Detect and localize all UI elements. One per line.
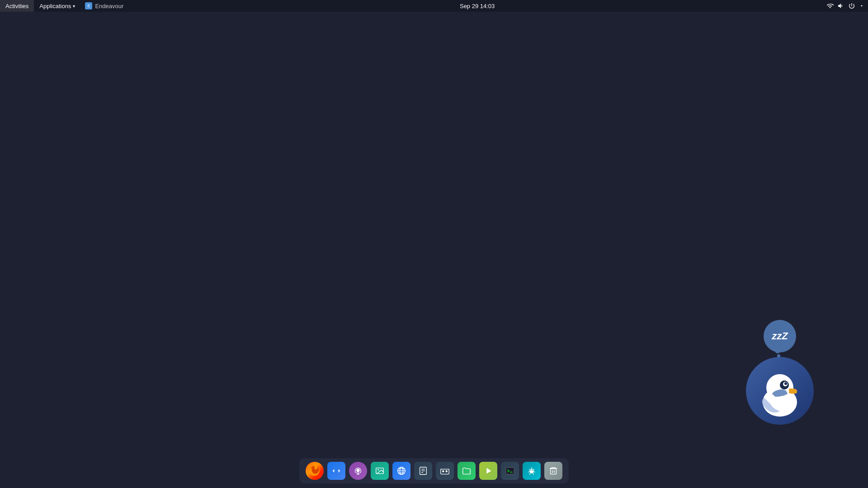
dock-item-text-editor[interactable]: [413, 461, 433, 481]
ddg-mascot[interactable]: zzZ: [746, 320, 814, 425]
dock: [299, 458, 569, 483]
bugs-icon: [523, 462, 541, 480]
files-icon: [458, 462, 476, 480]
svg-point-4: [784, 382, 787, 385]
google-play-icon: [479, 462, 497, 480]
svg-point-10: [377, 469, 379, 470]
svg-rect-23: [506, 468, 514, 474]
dock-item-google-play[interactable]: [478, 461, 498, 481]
dock-item-vr[interactable]: [435, 461, 455, 481]
dock-item-browser[interactable]: [392, 461, 411, 481]
podcast-icon: [349, 462, 367, 480]
vr-icon: [436, 462, 454, 480]
svg-rect-22: [444, 471, 446, 472]
active-app-name: Endeavour: [95, 3, 123, 9]
photos-icon: [371, 462, 389, 480]
zzz-text: zzZ: [772, 330, 788, 342]
text-editor-icon: [414, 462, 432, 480]
svg-point-20: [442, 470, 444, 473]
wifi-icon[interactable]: [826, 2, 834, 9]
firefox-icon: [306, 462, 324, 480]
dock-item-firefox[interactable]: [305, 461, 325, 481]
svg-rect-28: [551, 469, 557, 474]
applications-label: Applications: [39, 3, 71, 9]
chevron-down-icon[interactable]: [859, 3, 864, 9]
volume-icon[interactable]: [837, 2, 844, 9]
activities-button[interactable]: Activities: [0, 0, 34, 12]
active-app-indicator: E Endeavour: [80, 2, 128, 9]
browser-icon: [392, 462, 410, 480]
desktop: zzZ: [0, 12, 868, 488]
svg-point-21: [445, 470, 448, 473]
remote-desktop-icon: [327, 462, 345, 480]
applications-arrow-icon: ▾: [73, 4, 75, 9]
dock-item-bugs[interactable]: [522, 461, 542, 481]
power-icon[interactable]: [848, 2, 855, 9]
bubble-dot-small: [777, 354, 780, 357]
dock-item-remote-desktop[interactable]: [326, 461, 346, 481]
dock-item-photos[interactable]: [370, 461, 390, 481]
dock-item-files[interactable]: [457, 461, 476, 481]
dock-item-trash[interactable]: [543, 461, 563, 481]
zzz-bubble: zzZ: [764, 320, 796, 352]
trash-icon: [544, 462, 562, 480]
dock-item-terminal[interactable]: [500, 461, 520, 481]
terminal-icon: [501, 462, 519, 480]
active-app-icon: E: [85, 2, 92, 9]
dock-item-podcast[interactable]: [348, 461, 368, 481]
svg-point-6: [356, 469, 359, 472]
topbar: Activities Applications ▾ E Endeavour Se…: [0, 0, 868, 12]
svg-point-1: [766, 374, 793, 401]
activities-label: Activities: [5, 3, 28, 9]
ddg-circle: [746, 357, 814, 425]
applications-menu[interactable]: Applications ▾: [34, 0, 80, 12]
datetime-display: Sep 29 14:03: [460, 3, 495, 9]
duck-svg: [750, 361, 809, 420]
svg-point-27: [532, 470, 533, 471]
svg-point-26: [530, 470, 531, 471]
